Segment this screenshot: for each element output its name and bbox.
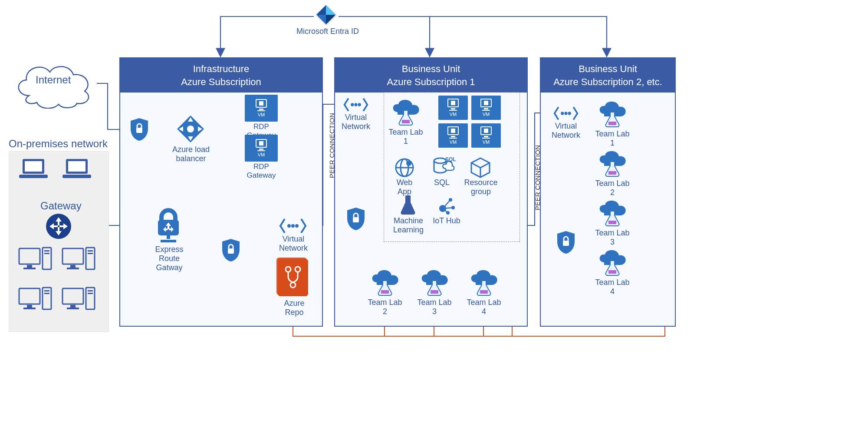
svg-rect-85 (608, 270, 616, 274)
entra-id-label: Microsoft Entra ID (286, 27, 369, 36)
svg-rect-82 (608, 122, 616, 125)
svg-point-54 (290, 282, 296, 288)
svg-rect-83 (608, 171, 616, 175)
svg-rect-81 (563, 241, 569, 246)
team-lab-icon (389, 97, 423, 126)
panel-bu1-title1: Business Unit (402, 63, 460, 74)
svg-rect-16 (44, 253, 49, 254)
svg-marker-1 (326, 5, 335, 15)
vm-text: VM (450, 139, 457, 145)
teamlab3-label: Team Lab 3 (414, 298, 455, 316)
bu2-vnet-label: Virtual Network (549, 122, 582, 140)
panel-infra-title1: Infrastructure (193, 63, 250, 74)
panel-bu1-header: Business Unit Azure Subscription 1 (335, 58, 527, 93)
team-lab-icon (595, 248, 629, 276)
iot-label: IoT Hub (431, 216, 462, 225)
bu2-teamlab4-label: Team Lab 4 (592, 278, 633, 296)
vm-text: VM (483, 112, 490, 117)
svg-rect-29 (62, 288, 83, 304)
svg-rect-17 (62, 248, 83, 264)
panel-bu2-title2: Azure Subscription 2, etc. (553, 76, 662, 87)
security-shield-icon (220, 238, 241, 262)
team-lab-icon (368, 268, 402, 296)
svg-point-50 (291, 224, 295, 228)
svg-rect-47 (161, 240, 176, 242)
svg-rect-76 (431, 290, 438, 294)
bu2-teamlab2-label: Team Lab 2 (592, 179, 633, 197)
svg-rect-35 (136, 128, 142, 133)
security-shield-icon (345, 207, 366, 231)
svg-rect-31 (67, 308, 79, 309)
svg-rect-8 (68, 161, 85, 172)
laptop-icon (62, 157, 92, 180)
svg-line-72 (443, 200, 450, 209)
erg-label: Express Route Gatway (144, 245, 194, 272)
team-lab-icon (467, 268, 501, 296)
svg-rect-25 (23, 308, 36, 309)
svg-point-37 (187, 126, 194, 132)
panel-infra-title2: Azure Subscription (181, 76, 261, 87)
svg-rect-19 (67, 268, 79, 269)
resource-group-icon (470, 156, 491, 180)
alb-label: Azure load balancer (169, 145, 213, 163)
virtual-network-icon (279, 217, 307, 236)
rg-label: Resource group (463, 178, 499, 196)
svg-rect-23 (19, 288, 40, 304)
svg-rect-6 (19, 175, 48, 178)
vm-text: VM (450, 112, 457, 117)
azure-load-balancer-icon (175, 114, 206, 146)
infra-vnet-label: Virtual Network (276, 235, 311, 253)
svg-point-56 (354, 103, 357, 106)
svg-rect-67 (405, 195, 411, 197)
svg-rect-18 (70, 265, 76, 268)
sql-icon: SQL (432, 156, 455, 180)
virtual-network-icon (343, 96, 369, 115)
svg-point-51 (295, 224, 299, 228)
svg-marker-3 (326, 15, 335, 24)
panel-infrastructure-header: Infrastructure Azure Subscription (120, 58, 322, 93)
svg-rect-12 (27, 265, 32, 268)
svg-rect-28 (44, 293, 49, 294)
svg-rect-22 (88, 253, 93, 254)
rdp-gateway-vm-icon: VM (245, 135, 278, 162)
svg-rect-48 (228, 248, 234, 254)
svg-rect-11 (19, 248, 40, 264)
internet-label: Internet (36, 74, 71, 86)
svg-point-78 (561, 112, 564, 115)
bu2-teamlab1-label: Team Lab 1 (592, 129, 633, 148)
repo-label: Azure Repo (277, 299, 312, 317)
vm-icon: VM (471, 123, 501, 148)
vm-icon: VM (438, 96, 468, 120)
team-lab-icon (595, 99, 629, 128)
ml-label: Machine Learning (390, 216, 427, 235)
vm-text: VM (258, 112, 265, 117)
svg-point-63 (406, 161, 411, 166)
peer-connection-label: PEER CONNECTION (534, 145, 541, 210)
desktop-icon (62, 287, 96, 315)
svg-rect-34 (88, 293, 93, 294)
teamlab2-label: Team Lab 2 (365, 298, 405, 316)
firewall-shield-icon (129, 117, 150, 142)
bu2-teamlab3-label: Team Lab 3 (592, 228, 633, 247)
svg-rect-46 (167, 235, 170, 239)
panel-bu2-header: Business Unit Azure Subscription 2, etc. (541, 58, 675, 93)
web-app-icon (394, 157, 415, 180)
svg-rect-9 (62, 175, 91, 178)
svg-rect-13 (23, 268, 36, 269)
svg-point-52 (286, 267, 291, 272)
iot-hub-icon (436, 195, 457, 217)
webapp-label: Web App (389, 178, 420, 196)
svg-rect-21 (88, 250, 93, 252)
onprem-title: On-premises network (9, 138, 108, 150)
router-icon (45, 213, 72, 240)
machine-learning-icon (399, 195, 417, 217)
svg-rect-5 (25, 161, 42, 172)
svg-rect-27 (44, 290, 49, 291)
virtual-network-icon (553, 105, 579, 123)
entra-id-icon (316, 4, 336, 25)
svg-point-80 (568, 112, 571, 115)
panel-bu2-title1: Business Unit (579, 63, 637, 74)
express-route-gateway-icon (153, 207, 184, 246)
vm-text: VM (483, 139, 490, 145)
svg-rect-59 (402, 120, 410, 123)
